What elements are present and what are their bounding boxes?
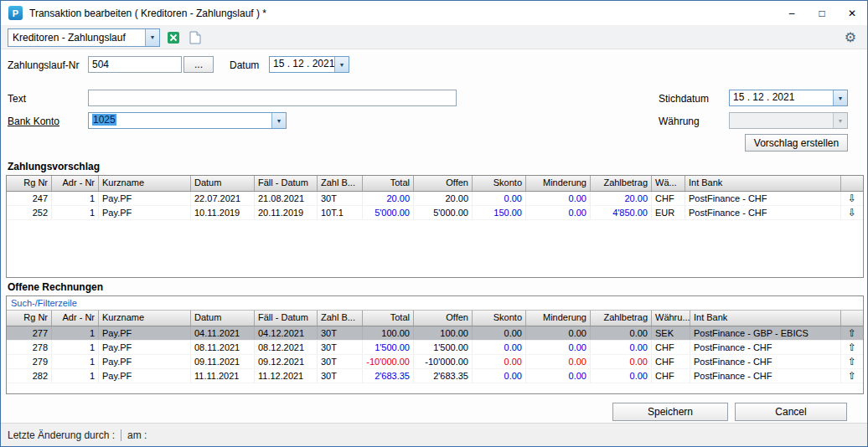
move-up-icon[interactable]: ⇧ (841, 369, 863, 383)
offene-rechnungen-table: Such-/FilterzeileRg NrAdr - NrKurznameDa… (6, 295, 864, 394)
table-cell: 09.12.2021 (255, 355, 318, 368)
table-cell: 2'683.35 (414, 369, 473, 383)
table-cell: 1 (52, 369, 99, 383)
move-up-icon[interactable]: ⇧ (841, 326, 863, 340)
zahlungsvorschlag-table: Rg NrAdr - NrKurznameDatumFäll - DatumZa… (6, 175, 864, 278)
zahlungslauf-nr-input[interactable] (88, 56, 182, 73)
column-header[interactable]: Skonto (473, 176, 526, 191)
browse-button[interactable]: ... (183, 56, 214, 73)
speichern-button[interactable]: Speichern (612, 403, 728, 421)
column-header[interactable]: Datum (191, 311, 255, 326)
minimize-button[interactable]: – (777, 1, 807, 25)
column-header-move (841, 176, 863, 191)
table-cell: 0.00 (473, 192, 526, 205)
column-header[interactable]: Minderung (526, 311, 591, 326)
column-header[interactable]: Adr - Nr (52, 311, 99, 326)
move-up-icon[interactable]: ⇧ (841, 341, 863, 354)
table-cell: PostFinance - CHF (690, 355, 841, 368)
column-header[interactable]: Fäll - Datum (255, 176, 318, 191)
chevron-down-icon[interactable]: ▼ (833, 113, 847, 128)
stichdatum-value: 15 . 12 . 2021 (730, 90, 833, 105)
chevron-down-icon[interactable]: ▼ (334, 57, 349, 72)
column-header[interactable]: Adr - Nr (52, 176, 99, 191)
column-header[interactable]: Zahl B... (318, 176, 363, 191)
column-header[interactable]: Total (363, 311, 414, 326)
view-selector-value: Kreditoren - Zahlungslauf (8, 32, 145, 44)
table-cell: 1 (52, 206, 99, 219)
view-selector-combobox[interactable]: Kreditoren - Zahlungslauf ▼ (8, 28, 160, 47)
gear-icon[interactable]: ⚙ (840, 29, 860, 45)
table-cell: 1 (52, 326, 99, 340)
table-cell: Pay.PF (99, 341, 191, 354)
table-cell: EUR (652, 206, 685, 219)
table-cell: 100.00 (363, 326, 414, 340)
table-cell: PostFinance - GBP - EBICS (690, 326, 841, 340)
chevron-down-icon[interactable]: ▼ (833, 90, 847, 105)
table-row[interactable]: 2791Pay.PF09.11.202109.12.202130T-10'000… (7, 355, 863, 369)
move-up-icon[interactable]: ⇧ (841, 355, 863, 368)
bank-konto-label[interactable]: Bank Konto (8, 116, 59, 129)
filter-row[interactable]: Such-/Filterzeile (7, 296, 863, 311)
table-row[interactable]: 2521Pay.PF10.11.201920.11.201910T.15'000… (7, 206, 863, 220)
column-header[interactable]: Rg Nr (7, 311, 52, 326)
move-down-icon[interactable]: ⇩ (841, 192, 863, 205)
table-cell: 08.12.2021 (255, 341, 318, 354)
stichdatum-label: Stichdatum (659, 93, 709, 106)
column-header[interactable]: Zahl B... (318, 311, 363, 326)
vorschlag-erstellen-button[interactable]: Vorschlag erstellen (745, 134, 848, 152)
move-down-icon[interactable]: ⇩ (841, 206, 863, 219)
datum-datepicker[interactable]: 15 . 12 . 2021 ▼ (269, 56, 349, 73)
column-header[interactable]: Offen (414, 311, 473, 326)
close-button[interactable]: ✕ (837, 1, 867, 25)
cancel-button[interactable]: Cancel (735, 403, 847, 421)
column-header[interactable]: Int Bank (690, 311, 841, 326)
column-header[interactable]: Minderung (526, 176, 591, 191)
chevron-down-icon[interactable]: ▼ (271, 113, 286, 128)
table-cell: 0.00 (526, 355, 591, 368)
maximize-button[interactable]: □ (807, 1, 837, 25)
excel-export-icon[interactable] (165, 29, 182, 46)
table-row[interactable]: 2771Pay.PF04.11.202104.12.202130T100.001… (7, 326, 863, 341)
column-header[interactable]: Wä... (652, 176, 685, 191)
column-header[interactable]: Währu... (652, 311, 690, 326)
table-row[interactable]: 2781Pay.PF08.11.202108.12.202130T1'500.0… (7, 341, 863, 355)
table-cell: PostFinance - CHF (685, 206, 841, 219)
table-cell: 0.00 (473, 341, 526, 354)
column-header[interactable]: Fäll - Datum (255, 311, 318, 326)
column-header[interactable]: Int Bank (685, 176, 841, 191)
table-cell: 21.08.2021 (255, 192, 318, 205)
column-header[interactable]: Rg Nr (7, 176, 52, 191)
column-header[interactable]: Kurzname (99, 176, 191, 191)
column-header[interactable]: Zahlbetrag (591, 311, 652, 326)
column-header[interactable]: Zahlbetrag (591, 176, 652, 191)
toolbar: Kreditoren - Zahlungslauf ▼ ⚙ (1, 26, 867, 49)
column-header[interactable]: Offen (414, 176, 473, 191)
table-cell: 10T.1 (318, 206, 363, 219)
new-document-icon[interactable] (187, 29, 204, 46)
table-row[interactable]: 2471Pay.PF22.07.202121.08.202130T20.0020… (7, 192, 863, 206)
table-cell: 5'000.00 (414, 206, 473, 219)
table-cell: 30T (318, 326, 363, 340)
table-cell: 279 (7, 355, 52, 368)
bank-konto-combobox[interactable]: 1025 ▼ (88, 112, 287, 129)
column-header-move (841, 311, 863, 326)
waehrung-label: Währung (659, 116, 700, 129)
table-row[interactable]: 2821Pay.PF11.11.202111.12.202130T2'683.3… (7, 369, 863, 383)
column-header[interactable]: Skonto (473, 311, 526, 326)
chevron-down-icon[interactable]: ▼ (145, 29, 159, 46)
table-cell: 22.07.2021 (191, 192, 255, 205)
table-cell: 11.11.2021 (191, 369, 255, 383)
column-header[interactable]: Kurzname (99, 311, 191, 326)
table-cell: 1'500.00 (414, 341, 473, 354)
table-cell: 0.00 (526, 369, 591, 383)
column-header[interactable]: Datum (191, 176, 255, 191)
zahlungslauf-nr-label: Zahlungslauf-Nr (8, 59, 79, 73)
text-input[interactable] (88, 90, 457, 106)
waehrung-combobox[interactable]: ▼ (729, 112, 848, 129)
table-cell: 30T (318, 192, 363, 205)
table-cell: CHF (652, 355, 690, 368)
stichdatum-datepicker[interactable]: 15 . 12 . 2021 ▼ (729, 90, 848, 106)
table-cell: 0.00 (591, 326, 652, 340)
table-cell: Pay.PF (99, 326, 191, 340)
column-header[interactable]: Total (363, 176, 414, 191)
